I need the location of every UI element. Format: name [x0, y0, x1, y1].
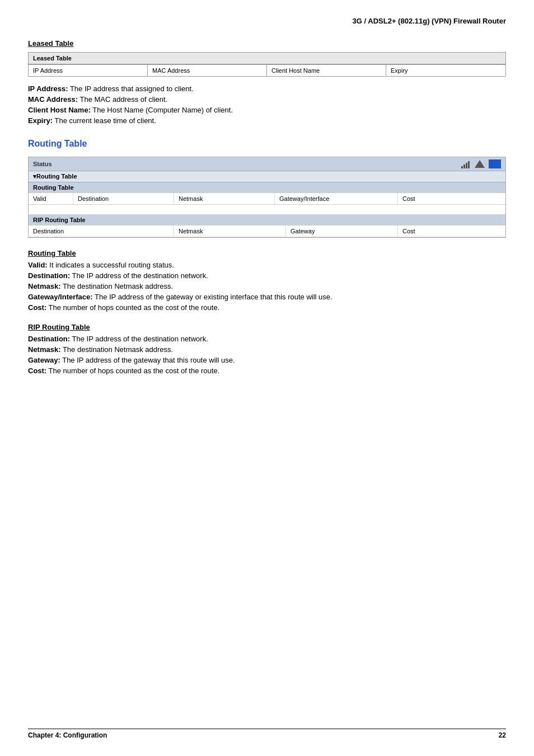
routing-desc-gateway-interface: Gateway/Interface: The IP address of the…	[28, 293, 506, 301]
rip-col-destination: Destination	[29, 226, 174, 237]
desc-ip-text: The IP address that assigned to client.	[68, 84, 194, 93]
leased-table-header: Leased Table	[29, 53, 505, 64]
routing-netmask-text: The destination Netmask address.	[61, 282, 174, 290]
desc-expiry: Expiry: The current lease time of client…	[28, 116, 506, 125]
desc-mac-label: MAC Address:	[28, 95, 78, 104]
leased-table-widget: Leased Table IP Address MAC Address Clie…	[28, 52, 506, 77]
rip-table-inner: RIP Routing Table Destination Netmask Ga…	[29, 215, 505, 237]
widget-nav[interactable]: ▾Routing Table	[29, 171, 505, 182]
rip-cost-label: Cost:	[28, 367, 46, 375]
routing-valid-text: It indicates a successful routing status…	[48, 261, 174, 269]
desc-expiry-label: Expiry:	[28, 116, 53, 125]
desc-hostname-text: The Host Name (Computer Name) of client.	[91, 106, 233, 114]
rip-table-body-desc: RIP Routing Table Destination: The IP ad…	[28, 323, 506, 375]
desc-client-hostname: Client Host Name: The Host Name (Compute…	[28, 106, 506, 114]
desc-ip-label: IP Address:	[28, 84, 68, 93]
desc-expiry-text: The current lease time of client.	[53, 116, 156, 125]
leased-col-ip: IP Address	[29, 65, 148, 76]
widget-header-title: Status	[33, 161, 52, 167]
rip-dest-label: Destination:	[28, 335, 70, 343]
rip-table-label: RIP Routing Table	[29, 215, 505, 226]
rip-desc-cost: Cost: The number of hops counted as the …	[28, 367, 506, 375]
routing-desc-valid: Valid: It indicates a successful routing…	[28, 261, 506, 269]
routing-cost-text: The number of hops counted as the cost o…	[46, 303, 219, 312]
signal-bar-2	[463, 165, 465, 168]
signal-bar-1	[461, 166, 463, 168]
leased-descriptions: IP Address: The IP address that assigned…	[28, 84, 506, 125]
routing-gw-text: The IP address of the gateway or existin…	[93, 293, 332, 301]
leased-col-mac: MAC Address	[148, 65, 267, 76]
rip-desc-gateway: Gateway: The IP address of the gateway t…	[28, 356, 506, 364]
network-icon	[474, 159, 485, 168]
page-header: 3G / ADSL2+ (802.11g) (VPN) Firewall Rou…	[28, 17, 506, 25]
routing-desc-netmask: Netmask: The destination Netmask address…	[28, 282, 506, 290]
routing-cost-label: Cost:	[28, 303, 46, 312]
rip-col-cost: Cost	[398, 226, 454, 237]
header-title: 3G / ADSL2+ (802.11g) (VPN) Firewall Rou…	[353, 17, 506, 25]
routing-netmask-label: Netmask:	[28, 282, 61, 290]
routing-table-empty-row	[29, 205, 505, 215]
routing-col-destination: Destination	[73, 193, 174, 204]
routing-table-header-row: Valid Destination Netmask Gateway/Interf…	[29, 193, 505, 205]
routing-col-gateway: Gateway/Interface	[275, 193, 398, 204]
network-triangle	[475, 160, 485, 168]
routing-gw-label: Gateway/Interface:	[28, 293, 93, 301]
routing-table-label: Routing Table	[29, 182, 505, 193]
rip-col-gateway: Gateway	[286, 226, 398, 237]
routing-dest-text: The IP address of the destination networ…	[70, 271, 208, 280]
footer-right: 22	[499, 731, 506, 739]
signal-bar-3	[466, 163, 467, 168]
footer-left: Chapter 4: Configuration	[28, 731, 107, 739]
routing-widget: Status ▾Routing Table Routing Table Va	[28, 157, 506, 238]
routing-col-cost: Cost	[398, 193, 443, 204]
signal-bar-4	[468, 161, 470, 168]
rip-col-netmask: Netmask	[174, 226, 286, 237]
desc-mac-text: The MAC address of client.	[78, 95, 167, 104]
widget-icons	[461, 159, 501, 168]
desc-hostname-label: Client Host Name:	[28, 106, 91, 114]
routing-section-title: Routing Table	[28, 139, 506, 149]
routing-table-body-desc: Routing Table Valid: It indicates a succ…	[28, 249, 506, 312]
leased-col-expiry: Expiry	[386, 65, 505, 76]
rip-desc-netmask: Netmask: The destination Netmask address…	[28, 345, 506, 354]
desc-ip-address: IP Address: The IP address that assigned…	[28, 84, 506, 93]
rip-dest-text: The IP address of the destination networ…	[70, 335, 208, 343]
leased-section-title: Leased Table	[28, 39, 506, 48]
routing-valid-label: Valid:	[28, 261, 48, 269]
routing-col-netmask: Netmask	[174, 193, 275, 204]
routing-table-inner: Routing Table Valid Destination Netmask …	[29, 182, 505, 215]
widget-header: Status	[29, 157, 505, 171]
leased-table-columns: IP Address MAC Address Client Host Name …	[29, 64, 505, 76]
signal-icon	[461, 159, 470, 168]
rip-netmask-label: Netmask:	[28, 345, 61, 354]
routing-col-valid: Valid	[29, 193, 73, 204]
rip-gw-text: The IP address of the gateway that this …	[60, 356, 235, 364]
rip-desc-destination: Destination: The IP address of the desti…	[28, 335, 506, 343]
rip-cost-text: The number of hops counted as the cost o…	[46, 367, 219, 375]
desc-mac-address: MAC Address: The MAC address of client.	[28, 95, 506, 104]
page-footer: Chapter 4: Configuration 22	[28, 729, 506, 739]
blue-status-icon	[489, 159, 501, 168]
routing-desc-title: Routing Table	[28, 249, 506, 257]
rip-table-header-row: Destination Netmask Gateway Cost	[29, 226, 505, 237]
routing-desc-cost: Cost: The number of hops counted as the …	[28, 303, 506, 312]
leased-col-hostname: Client Host Name	[267, 65, 386, 76]
routing-desc-destination: Destination: The IP address of the desti…	[28, 271, 506, 280]
rip-desc-title: RIP Routing Table	[28, 323, 506, 331]
rip-netmask-text: The destination Netmask address.	[61, 345, 174, 354]
network-svg	[474, 159, 485, 168]
routing-dest-label: Destination:	[28, 271, 70, 280]
rip-gw-label: Gateway:	[28, 356, 60, 364]
